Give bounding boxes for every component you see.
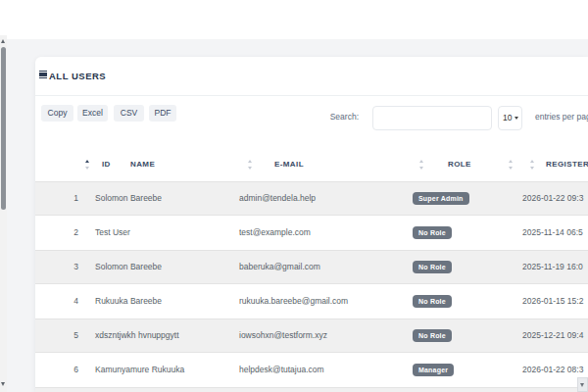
vertical-scrollbar[interactable] — [0, 35, 7, 392]
sort-icon — [247, 160, 254, 170]
cell-role: No Role — [413, 226, 452, 239]
search-label: Search: — [318, 105, 359, 129]
role-badge: No Role — [413, 226, 452, 239]
cell-name: Solomon Bareebe — [95, 181, 162, 216]
list-icon — [39, 71, 47, 78]
sort-icon — [508, 160, 514, 170]
column-header-email[interactable]: E-MAIL — [274, 147, 304, 181]
column-header-name[interactable]: NAME — [130, 147, 155, 181]
cell-name: Test User — [95, 216, 130, 250]
entries-per-page-label: entries per page — [535, 105, 588, 129]
sort-asc-icon — [84, 160, 91, 170]
table-row: 1 Solomon Bareebe admin@tendela.help Sup… — [35, 181, 588, 216]
cell-id: 4 — [49, 284, 78, 318]
cell-register-date: 2025-11-19 16:0 — [522, 250, 588, 284]
cell-id: 5 — [49, 318, 78, 353]
cell-role: No Role — [413, 329, 452, 342]
cell-name: Rukuuka Bareebe — [95, 284, 162, 318]
table-row: 4 Rukuuka Bareebe rukuuka.bareebe@gmail.… — [35, 284, 588, 318]
cell-role: No Role — [413, 295, 452, 308]
cell-email: helpdesk@tutajua.com — [239, 353, 324, 387]
cell-register-date: 2025-11-14 06:5 — [522, 216, 588, 250]
table-row: 3 Solomon Bareebe baberuka@gmail.com No … — [35, 250, 588, 284]
scroll-down-icon — [580, 383, 584, 387]
cell-id: 6 — [49, 353, 78, 387]
pdf-button[interactable]: PDF — [149, 105, 176, 122]
cell-name: Solomon Bareebe — [95, 250, 162, 284]
csv-button[interactable]: CSV — [114, 105, 144, 122]
column-header-register-date[interactable]: REGISTER DATE — [546, 147, 588, 181]
table-row: 2 Test User test@example.com No Role 202… — [35, 216, 588, 250]
cell-email: rukuuka.bareebe@gmail.com — [239, 284, 348, 318]
cell-email: iowsohxn@testform.xyz — [239, 318, 327, 353]
copy-button[interactable]: Copy — [41, 105, 74, 122]
cell-register-date: 2026-01-15 15:2 — [522, 284, 588, 318]
role-badge: Super Admin — [413, 192, 469, 205]
card-header: ALL USERS — [35, 57, 588, 96]
sort-icon — [418, 160, 425, 170]
cell-id: 2 — [49, 216, 78, 250]
cell-id: 1 — [49, 181, 78, 216]
sort-icon — [529, 160, 536, 170]
role-badge: No Role — [413, 261, 452, 273]
scroll-up-icon[interactable] — [1, 39, 5, 43]
cell-register-date: 2026-01-22 09:3 — [522, 181, 588, 216]
column-header-id[interactable]: ID — [102, 147, 111, 181]
table-row: 6 Kamunyamure Rukuuka helpdesk@tutajua.c… — [35, 353, 588, 387]
users-card: ALL USERS Copy Excel CSV PDF Search: 10 … — [35, 57, 588, 392]
cell-email: baberuka@gmail.com — [239, 250, 320, 284]
page-size-select[interactable]: 10 — [498, 106, 522, 130]
cell-role: No Role — [413, 261, 452, 273]
cell-role: Manager — [413, 364, 454, 376]
role-badge: Manager — [413, 364, 454, 376]
cell-name: Kamunyamure Rukuuka — [95, 353, 184, 387]
scroll-down-button[interactable] — [577, 377, 588, 392]
scrollbar-thumb[interactable] — [1, 47, 6, 210]
cell-id: 3 — [49, 250, 78, 284]
table-row: 5 xdszntjwkh hvnuppgytt iowsohxn@testfor… — [35, 318, 588, 353]
table-row — [35, 387, 588, 392]
role-badge: No Role — [413, 329, 452, 342]
cell-email: test@example.com — [239, 216, 311, 250]
page-size-value: 10 — [503, 107, 512, 129]
scroll-down-icon[interactable] — [1, 382, 5, 386]
search-input[interactable] — [372, 106, 492, 130]
cell-name: xdszntjwkh hvnuppgytt — [95, 318, 179, 353]
table-header-row: ID NAME E-MAIL ROLE REGISTER DATE — [35, 147, 588, 182]
table-body: 1 Solomon Bareebe admin@tendela.help Sup… — [35, 181, 588, 392]
caret-down-icon — [514, 117, 518, 120]
column-header-role[interactable]: ROLE — [448, 147, 471, 181]
excel-button[interactable]: Excel — [77, 105, 108, 122]
cell-email: admin@tendela.help — [239, 181, 316, 216]
cell-register-date: 2025-12-21 09:4 — [522, 318, 588, 353]
page-title: ALL USERS — [49, 57, 106, 95]
cell-role: Super Admin — [413, 192, 469, 205]
role-badge: No Role — [413, 295, 452, 308]
